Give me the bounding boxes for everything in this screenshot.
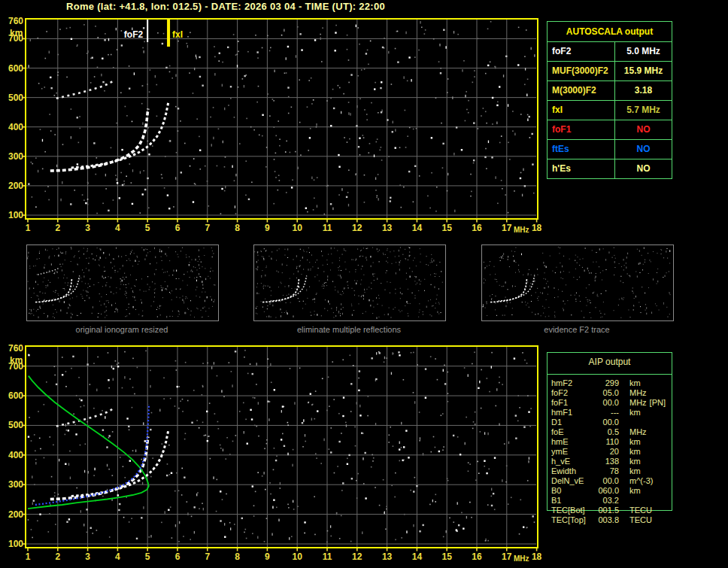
autoscala-row: MUF(3000)F215.9 MHz: [548, 62, 672, 81]
aip-row-label: D1: [551, 418, 590, 427]
aip-row-unit: m^(-3): [629, 476, 653, 486]
aip-row: TEC[Top]003.8TECU: [551, 515, 669, 525]
aip-row: foF205.0MHz: [551, 388, 669, 398]
autoscala-row-label: h'Es: [548, 159, 615, 178]
autoscala-table-rows: foF25.0 MHzMUF(3000)F215.9 MHzM(3000)F23…: [548, 42, 672, 178]
aip-row-value: 060.0: [590, 486, 619, 496]
aip-row: Ewidth78km: [551, 466, 669, 476]
original-ionogram-mini-plot: [27, 245, 217, 319]
autoscala-row-value: NO: [615, 140, 672, 159]
aip-row-value: 00.0: [590, 398, 619, 408]
x-axis-tick-label: 16: [467, 551, 487, 562]
x-axis-tick-label: 18: [527, 223, 547, 233]
x-axis-tick-label: 14: [407, 223, 426, 233]
aip-row: TEC[Bot]001.5TECU: [551, 506, 669, 515]
y-axis-tick-label: 300: [2, 479, 23, 490]
autoscala-row-label: foF2: [548, 42, 615, 61]
y-axis-tick-label: 100: [2, 539, 23, 549]
autoscala-row: M(3000)F23.18: [548, 81, 672, 101]
x-axis-tick-label: 11: [317, 223, 337, 233]
x-axis-tick-label: 2: [48, 223, 68, 233]
x-axis-tick-label: 12: [347, 551, 367, 562]
autoscala-row: fxI5.7 MHz: [548, 101, 672, 120]
x-axis-tick-label: 3: [78, 223, 98, 233]
aip-row-label: Ewidth: [551, 466, 590, 476]
panel-original-ionogram: [26, 245, 219, 321]
aip-row-label: foF1: [551, 398, 590, 408]
aip-row-note: [PN]: [650, 398, 669, 408]
aip-row-unit: TECU: [629, 515, 652, 525]
aip-row: ymE20km: [551, 447, 669, 457]
aip-row-value: 001.5: [590, 506, 619, 515]
aip-row: foE0.5MHz: [551, 427, 669, 437]
aip-row-value: 20: [590, 447, 619, 457]
aip-row-value: 299: [590, 378, 619, 388]
aip-row: h_vE138km: [551, 457, 669, 466]
x-axis-tick-label: 16: [467, 223, 487, 233]
x-axis-tick-label: 4: [108, 551, 127, 562]
y-axis-tick-label: 100: [2, 210, 23, 220]
aip-row-unit: km: [629, 447, 641, 457]
autoscala-row-label: ftEs: [548, 140, 615, 159]
panel-eliminate-reflections: [253, 245, 446, 321]
aip-row-value: 05.0: [590, 388, 619, 398]
autoscala-row-value: 5.0 MHz: [615, 42, 672, 61]
y-axis-unit-label: km: [10, 355, 23, 366]
aip-row: hmF2299km: [551, 378, 669, 388]
aip-row-label: hmF1: [551, 408, 590, 418]
page-title: Rome (lat: +41.8, lon: 012.5) - DATE: 20…: [66, 1, 385, 12]
x-axis-tick-label: 5: [138, 223, 157, 233]
aip-row-label: TEC[Bot]: [551, 506, 590, 515]
aip-row-label: ymE: [551, 447, 590, 457]
aip-row-label: hmF2: [551, 378, 590, 388]
y-axis-tick-label: 760: [2, 343, 23, 354]
bottom-profile-plot: [22, 345, 541, 552]
autoscala-row-value: 3.18: [615, 81, 672, 100]
aip-header-divider: [547, 374, 672, 375]
x-axis-tick-label: 9: [257, 223, 277, 233]
x-axis-tick-label: 1: [18, 223, 38, 233]
svg-text:foF2: foF2: [124, 29, 144, 40]
autoscala-output-table: AUTOSCALA output foF25.0 MHzMUF(3000)F21…: [547, 21, 672, 179]
aip-row: hmF1---km: [551, 408, 669, 418]
aip-row-unit: km: [629, 466, 641, 476]
x-axis-tick-label: 12: [347, 223, 367, 233]
autoscala-row: ftEsNO: [548, 140, 672, 159]
x-axis-tick-label: 11: [317, 551, 337, 562]
aip-row-label: B0: [551, 486, 590, 496]
autoscala-row: h'EsNO: [548, 159, 672, 178]
aip-row-unit: TECU: [629, 506, 652, 515]
aip-row-label: DelN_vE: [551, 476, 590, 486]
y-axis-tick-label: 760: [2, 16, 23, 26]
x-axis-tick-label: 9: [257, 551, 277, 562]
svg-text:fxI: fxI: [172, 29, 183, 40]
x-axis-tick-label: 8: [228, 551, 247, 562]
aip-row-label: hmE: [551, 437, 590, 447]
aip-row-value: 0.5: [590, 427, 619, 437]
autoscala-row-label: fxI: [548, 101, 615, 120]
x-axis-tick-label: 18: [527, 551, 547, 562]
x-axis-tick-label: 6: [168, 223, 187, 233]
aip-row-label: h_vE: [551, 457, 590, 466]
aip-row-label: foF2: [551, 388, 590, 398]
aip-row-unit: MHz: [629, 427, 647, 437]
y-axis-tick-label: 400: [2, 450, 23, 460]
panel-caption-original: original ionogram resized: [26, 325, 217, 334]
panel-evidence-f2: [481, 245, 674, 321]
x-axis-unit-label: MHz: [514, 226, 529, 234]
y-axis-unit-label: km: [10, 28, 23, 38]
x-axis-tick-label: 10: [287, 551, 307, 562]
top-ionogram-plot: foF2fxI: [22, 18, 541, 223]
x-axis-tick-label: 15: [437, 223, 457, 233]
autoscala-table-header: AUTOSCALA output: [548, 22, 672, 42]
autoscala-row: foF25.0 MHz: [548, 42, 672, 62]
y-axis-tick-label: 500: [2, 93, 23, 103]
x-axis-tick-label: 7: [198, 223, 217, 233]
aip-row: B0060.0km: [551, 486, 669, 496]
x-axis-tick-label: 5: [138, 551, 157, 562]
autoscala-row-value: 15.9 MHz: [615, 62, 672, 80]
autoscala-row-label: M(3000)F2: [548, 81, 615, 100]
aip-row-label: B1: [551, 496, 590, 506]
evidence-f2-mini-plot: [482, 245, 672, 319]
autoscala-row-label: MUF(3000)F2: [548, 62, 615, 80]
